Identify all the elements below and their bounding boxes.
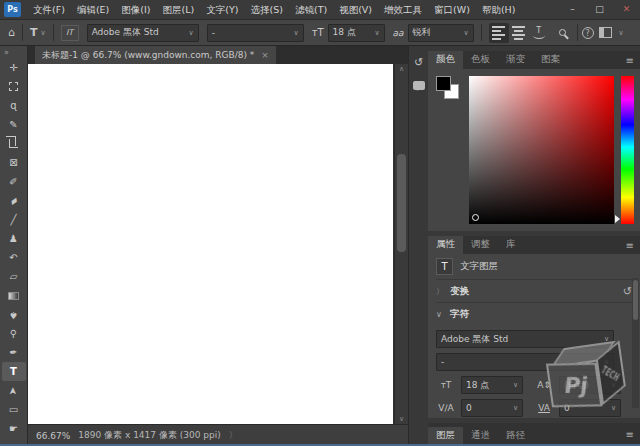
- tab-gradients[interactable]: 渐变: [498, 51, 533, 69]
- lasso-tool[interactable]: ɋ: [2, 96, 26, 115]
- char-font-family-select[interactable]: Adobe 黑体 Std ∨: [436, 330, 614, 348]
- scroll-up-icon[interactable]: ∧: [399, 64, 404, 74]
- menu-image[interactable]: 图像(I): [115, 0, 156, 19]
- transform-section-header[interactable]: 〉 变换 ↺: [436, 280, 632, 303]
- hue-slider-marker[interactable]: [615, 215, 624, 223]
- properties-scrollbar-thumb[interactable]: [633, 280, 638, 320]
- lasso-tool-icon: ɋ: [10, 101, 16, 111]
- font-family-select[interactable]: Adobe 黑体 Std ∨: [87, 24, 199, 42]
- document-tab-bar: 未标题-1 @ 66.7% (www.gndown.com, RGB/8) * …: [28, 46, 408, 64]
- character-section-header[interactable]: ∨ 字符: [436, 303, 632, 326]
- rectangle-tool[interactable]: ▭: [2, 400, 26, 419]
- warp-text-icon: T: [532, 26, 546, 39]
- frame-tool[interactable]: ⊠: [2, 153, 26, 172]
- color-field[interactable]: [469, 76, 614, 224]
- char-kerning-select[interactable]: 0 ∨: [461, 399, 523, 417]
- close-button[interactable]: ✕: [613, 0, 640, 19]
- search-icon: [559, 29, 566, 36]
- panel-menu-icon[interactable]: ≡: [626, 55, 634, 66]
- text-orientation-toggle-icon[interactable]: IT: [61, 25, 79, 41]
- char-tracking-select[interactable]: 0 ∨: [559, 399, 621, 417]
- tab-close-icon[interactable]: ×: [261, 50, 269, 60]
- tool-preset-picker[interactable]: T ∨: [30, 26, 46, 39]
- menu-plugins[interactable]: 增效工具: [378, 0, 428, 19]
- foreground-background-swatches[interactable]: [436, 76, 462, 102]
- history-panel-icon[interactable]: ↺: [414, 56, 423, 69]
- menu-help[interactable]: 帮助(H): [476, 0, 522, 19]
- menu-view[interactable]: 视图(V): [333, 0, 378, 19]
- scrollbar-thumb[interactable]: [397, 154, 406, 252]
- menu-filter[interactable]: 滤镜(T): [289, 0, 333, 19]
- eraser-tool-icon: ▱: [10, 272, 18, 282]
- align-left-button[interactable]: [489, 23, 509, 43]
- hand-tool[interactable]: ☛: [2, 419, 26, 438]
- menu-layer[interactable]: 图层(L): [157, 0, 201, 19]
- gradient-tool[interactable]: [2, 286, 26, 305]
- history-brush-tool[interactable]: ↶: [2, 248, 26, 267]
- clone-stamp-tool[interactable]: ♟: [2, 229, 26, 248]
- maximize-button[interactable]: □: [586, 0, 613, 19]
- menu-window[interactable]: 窗口(W): [428, 0, 476, 19]
- move-tool[interactable]: ✛: [2, 58, 26, 77]
- chevron-down-icon[interactable]: ∨: [619, 29, 624, 37]
- scroll-down-icon[interactable]: ∨: [399, 414, 404, 424]
- rectangular-marquee-tool[interactable]: [2, 77, 26, 96]
- search-button[interactable]: [553, 23, 573, 43]
- hue-slider[interactable]: [621, 76, 634, 224]
- tab-paths[interactable]: 路径: [498, 427, 533, 445]
- properties-panel: 属性 调整 库 ≡ T 文字图层 〉 变换 ↺ ∨: [428, 236, 640, 418]
- warp-text-button[interactable]: T: [529, 23, 549, 43]
- help-icon[interactable]: ?: [582, 27, 594, 39]
- menu-file[interactable]: 文件(F): [27, 0, 71, 19]
- eyedropper-tool[interactable]: ✐: [2, 172, 26, 191]
- scrollbar-track[interactable]: [395, 74, 408, 414]
- type-layer-icon: T: [436, 258, 453, 275]
- tab-swatches[interactable]: 色板: [463, 51, 498, 69]
- spot-healing-brush-tool[interactable]: ▰: [2, 191, 26, 210]
- tab-channels[interactable]: 通道: [463, 427, 498, 445]
- tab-patterns[interactable]: 图案: [533, 51, 568, 69]
- eraser-tool[interactable]: ▱: [2, 267, 26, 286]
- menu-edit[interactable]: 编辑(E): [71, 0, 115, 19]
- tab-color[interactable]: 颜色: [428, 51, 463, 69]
- type-tool-icon: T: [10, 367, 17, 377]
- workspace-panel-button[interactable]: [596, 23, 616, 43]
- status-chevron-icon[interactable]: 〉: [229, 429, 238, 442]
- char-size-select[interactable]: 18 点 ∨: [461, 376, 523, 394]
- char-leading-select[interactable]: (自动) ∨: [559, 376, 621, 394]
- char-font-style-select[interactable]: - ∨: [436, 353, 614, 371]
- toolbar-collapse-icon[interactable]: »: [0, 46, 13, 58]
- tab-properties[interactable]: 属性: [428, 236, 463, 254]
- type-tool[interactable]: T: [2, 362, 26, 381]
- color-panel-tabs: 颜色 色板 渐变 图案 ≡: [428, 51, 640, 69]
- dodge-tool[interactable]: ⚲: [2, 324, 26, 343]
- vertical-scrollbar[interactable]: ∧ ∨: [394, 64, 408, 424]
- panel-menu-icon[interactable]: ≡: [626, 240, 634, 251]
- zoom-level-field[interactable]: 66.67%: [36, 431, 70, 441]
- menu-type[interactable]: 文字(Y): [200, 0, 244, 19]
- panel-menu-icon[interactable]: ≡: [626, 429, 634, 440]
- font-size-select[interactable]: 18 点 ∨: [328, 24, 385, 42]
- tab-layers[interactable]: 图层: [428, 427, 463, 445]
- home-icon[interactable]: ⌂: [8, 26, 15, 39]
- reset-transform-icon[interactable]: ↺: [623, 285, 632, 298]
- quick-selection-tool[interactable]: ✎: [2, 115, 26, 134]
- font-style-select[interactable]: - ∨: [207, 24, 304, 42]
- align-center-button[interactable]: [509, 23, 529, 43]
- tab-libraries[interactable]: 库: [498, 236, 524, 254]
- foreground-color-swatch[interactable]: [436, 76, 451, 91]
- path-selection-tool[interactable]: ➤: [2, 381, 26, 400]
- color-field-cursor[interactable]: [472, 214, 479, 221]
- tab-adjustments[interactable]: 调整: [463, 236, 498, 254]
- minimize-button[interactable]: –: [559, 0, 586, 19]
- document-tab[interactable]: 未标题-1 @ 66.7% (www.gndown.com, RGB/8) * …: [35, 46, 276, 64]
- notes-panel-icon[interactable]: [413, 81, 425, 90]
- anti-alias-select[interactable]: 锐利 ∨: [408, 24, 474, 42]
- blur-tool[interactable]: ♠: [2, 305, 26, 324]
- brush-tool[interactable]: ╱: [2, 210, 26, 229]
- properties-scrollbar[interactable]: [632, 278, 639, 408]
- canvas[interactable]: [28, 64, 393, 424]
- crop-tool[interactable]: [2, 134, 26, 153]
- menu-select[interactable]: 选择(S): [244, 0, 288, 19]
- pen-tool[interactable]: ✒: [2, 343, 26, 362]
